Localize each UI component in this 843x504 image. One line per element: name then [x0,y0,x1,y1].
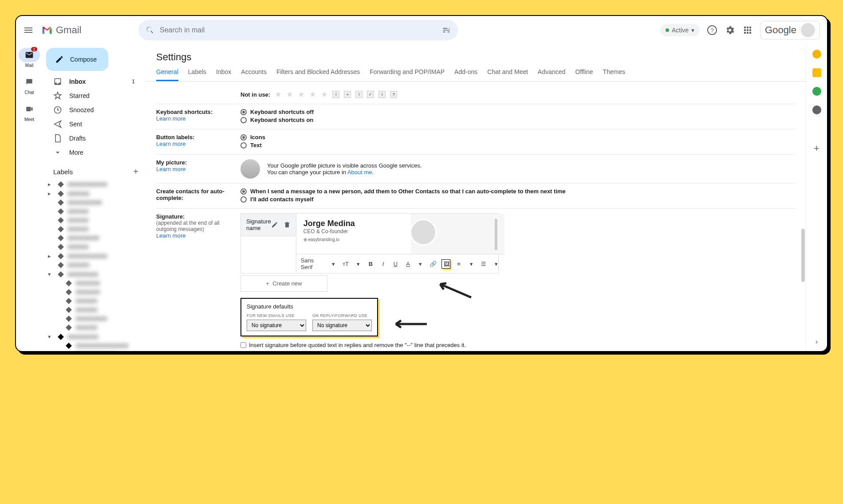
radio[interactable] [240,134,247,141]
tab-general[interactable]: General [156,68,178,81]
sidebar-sent[interactable]: Sent [43,117,146,131]
text-color-icon[interactable]: A [404,261,412,267]
radio[interactable] [240,196,247,203]
chevron-right-icon[interactable]: › [815,338,818,346]
underline-icon[interactable]: U [392,261,400,267]
bold-icon[interactable]: B [366,261,374,267]
tab-chatmeet[interactable]: Chat and Meet [487,68,528,81]
priority-icon[interactable]: » [344,91,351,98]
tasks-icon[interactable] [812,87,821,96]
priority-icon[interactable]: ! [332,91,339,98]
star-icon[interactable]: ★ [286,90,293,99]
text-size-icon[interactable]: тT [342,261,350,267]
align-icon[interactable]: ≡ [455,261,463,267]
rail-mail[interactable]: 1 Mail [19,48,40,68]
learn-more-link[interactable]: Learn more [156,115,240,122]
label-item[interactable]: ▸ [43,180,146,189]
radio[interactable] [240,109,247,115]
sidebar-inbox[interactable]: Inbox 1 [43,74,146,89]
tab-forwarding[interactable]: Forwarding and POP/IMAP [370,68,445,81]
create-new-button[interactable]: + Create new [240,275,327,292]
google-account[interactable]: Google [760,21,820,39]
label-item[interactable] [43,288,146,297]
sidebar-more[interactable]: More [43,145,146,160]
link-icon[interactable]: 🔗 [429,261,437,267]
chevron-down-icon[interactable]: ▾ [417,261,425,267]
label-item[interactable] [43,225,146,234]
chevron-down-icon[interactable]: ▾ [467,261,475,267]
sidebar-drafts[interactable]: Drafts [43,131,146,145]
star-icon[interactable]: ★ [321,90,328,99]
logo[interactable]: Gmail [41,24,138,36]
help-icon[interactable]: ? [707,25,717,35]
compose-button[interactable]: Compose [46,48,108,71]
tab-advanced[interactable]: Advanced [538,68,565,81]
list-icon[interactable]: ☰ [480,261,488,267]
learn-more-link[interactable]: Learn more [156,141,240,147]
radio[interactable] [240,117,247,123]
chevron-down-icon[interactable]: ▾ [354,261,362,267]
radio[interactable] [240,188,247,195]
signature-preview[interactable]: Jorge Medina CEO & Co-founder ⊕ easybran… [296,214,505,254]
label-item[interactable] [43,242,146,251]
label-item[interactable] [43,350,146,351]
tune-icon[interactable] [442,26,451,35]
sidebar-snoozed[interactable]: Snoozed [43,103,146,117]
rail-meet[interactable]: Meet [19,102,40,122]
priority-icon[interactable]: ! [355,91,362,98]
scrollbar[interactable] [801,229,805,282]
edit-icon[interactable] [271,221,278,228]
priority-icon[interactable]: ? [390,91,397,98]
on-reply-select[interactable]: No signature [312,320,372,331]
search-input[interactable] [160,26,442,34]
priority-icon[interactable]: i [378,91,386,98]
label-item[interactable] [43,261,146,270]
learn-more-link[interactable]: Learn more [156,232,240,239]
tab-filters[interactable]: Filters and Blocked Addresses [276,68,360,81]
notes-icon[interactable] [812,68,821,77]
label-item[interactable] [43,216,146,225]
label-item[interactable]: ▾ [43,332,146,341]
label-item[interactable] [43,341,146,350]
tab-labels[interactable]: Labels [188,68,206,81]
scrollbar[interactable] [495,219,497,250]
tab-themes[interactable]: Themes [603,68,626,81]
star-icon[interactable]: ★ [298,90,305,99]
tab-inbox[interactable]: Inbox [216,68,231,81]
font-select[interactable]: Sans Serif [301,257,325,270]
label-item[interactable] [43,314,146,323]
about-me-link[interactable]: About me [347,169,372,176]
signature-name-row[interactable]: Signature name [241,214,296,236]
tab-accounts[interactable]: Accounts [241,68,267,81]
label-item[interactable] [43,198,146,207]
radio[interactable] [240,142,247,148]
tab-addons[interactable]: Add-ons [454,68,477,81]
priority-icon[interactable]: ✓ [367,91,374,98]
for-new-select[interactable]: No signature [247,320,306,331]
keep-icon[interactable] [812,50,821,59]
menu-icon[interactable] [23,25,34,35]
apps-icon[interactable] [742,25,753,35]
search-bar[interactable] [138,20,458,40]
contacts-icon[interactable] [812,105,821,114]
label-item[interactable] [43,297,146,305]
label-item[interactable]: ▾ [43,270,146,279]
label-item[interactable]: ▸ [43,189,146,198]
more-icon[interactable]: ▾ [492,261,500,267]
star-icon[interactable]: ★ [309,90,316,99]
chevron-down-icon[interactable]: ▾ [329,261,337,267]
plus-icon[interactable]: + [814,143,819,154]
avatar[interactable] [801,23,815,37]
plus-icon[interactable]: + [133,167,138,177]
insert-before-checkbox[interactable] [240,342,246,348]
italic-icon[interactable]: I [379,261,387,267]
label-item[interactable]: ▸ [43,251,146,261]
label-item[interactable] [43,207,146,216]
image-icon[interactable]: 🖼 [441,259,450,269]
sidebar-starred[interactable]: Starred [43,89,146,103]
tab-offline[interactable]: Offline [575,68,593,81]
star-icon[interactable]: ★ [275,90,282,99]
label-item[interactable] [43,279,146,288]
delete-icon[interactable] [284,221,291,228]
rail-chat[interactable]: Chat [19,75,40,95]
